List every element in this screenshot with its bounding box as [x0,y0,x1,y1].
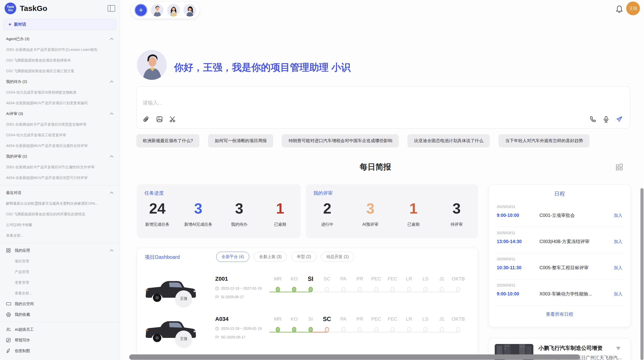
milestone-dot[interactable] [390,287,395,292]
milestone-dot[interactable] [456,327,460,332]
milestone-dot[interactable] [325,327,329,332]
scissors-icon[interactable] [169,116,176,123]
chevron-up-icon[interactable] [110,249,114,252]
chevron-up-icon[interactable] [110,155,114,158]
attachment-icon[interactable] [143,116,150,123]
suggestion-chip[interactable]: 如何写一份清晰的项目周报 [208,134,273,147]
app-sub-item[interactable]: 变更管理 [0,277,120,288]
app-sub-item[interactable]: 查看全部... [0,288,120,298]
sidebar-item-cloud[interactable]: 我的云空间 [0,298,120,309]
divider [0,322,120,322]
milestone-dot[interactable] [423,287,428,292]
sidebar-item[interactable]: A034-全新新能源MUV产品开发项目造型可行性评审 [0,172,120,183]
agent-avatar-3[interactable] [183,4,196,17]
chevron-up-icon[interactable] [110,80,114,83]
milestone-column: LR [401,275,417,292]
sidebar-tool-write[interactable]: 帮我写作 [0,335,120,346]
milestone-dot[interactable] [325,287,329,292]
milestone-dot[interactable] [440,287,444,292]
notification-bell-icon[interactable] [616,5,623,13]
sidebar-item[interactable]: C02-飞腾新能源轻客改款项目立项汇报方案 [0,66,120,76]
sidebar-item[interactable]: A034-全新新能源MUV产品开发项目法规符合性评审 [0,140,120,151]
new-chat-button[interactable]: + 新对话 [4,19,116,30]
chat-input[interactable] [143,100,524,106]
vertical-scrollbar[interactable] [640,188,643,360]
milestone-dot[interactable] [407,287,411,292]
sidebar-tool-people[interactable]: AI超级员工 [0,324,120,335]
microphone-icon[interactable] [603,116,610,123]
sidebar-item-star[interactable]: 我的收藏 [0,309,120,320]
milestone-dot[interactable] [341,327,346,332]
agent-avatar-2[interactable] [167,4,180,17]
sidebar-tool-pen[interactable]: 创意制图 [0,346,120,356]
recent-conversation-item[interactable]: 查看全部... [0,230,120,241]
recent-conversation-item[interactable]: C02-飞腾新能源轻客改款项目的闭环通告反馈情况 [0,209,120,219]
join-link[interactable]: 加入 [614,291,622,297]
send-icon[interactable] [616,116,623,123]
suggestion-chip[interactable]: 特朗普可能对进口汽车增税会对中国车企造成哪些影响 [282,134,399,147]
milestone-dot[interactable] [407,327,411,332]
sidebar-item[interactable]: Z001-全新燃油皮卡产品开发项目SI节点Lesson Learn报告 [0,44,120,55]
milestone-dot[interactable] [358,327,362,332]
join-link[interactable]: 加入 [614,265,622,271]
suggestion-chip[interactable]: 当下年轻人对汽车外观有怎样的喜好趋势 [499,134,590,147]
sidebar-item[interactable]: C0X4-动力总成开发项目工程变更评审 [0,130,120,140]
phone-call-icon[interactable] [589,116,596,123]
milestone-column: LR [401,315,417,332]
milestone-dot[interactable] [456,287,460,292]
milestone-segment [311,292,327,292]
add-agent-button[interactable]: + [135,4,147,17]
suggestion-chip[interactable]: 欧洲新规最近颁布了什么? [136,134,199,147]
sidebar-item-my-apps[interactable]: 我的应用 [0,245,120,256]
milestone-column: PEC [368,275,384,292]
schedule-row: 9:00-10:00C001-立项审批会加入 [497,212,622,218]
sidebar-collapse-icon[interactable] [108,5,115,12]
sidebar-item[interactable]: Z001-全新燃油轻卡产品开发项目SI造型提交物评审 [0,119,120,130]
sidebar-item[interactable]: C0X4-动力总成开发项目SI里程碑提交物检查 [0,87,120,98]
dashboard-tab[interactable]: 全新平台 (4) [216,252,249,262]
join-link[interactable]: 加入 [614,239,622,245]
milestone-dot[interactable] [374,287,378,292]
milestone-dot[interactable] [276,287,280,292]
milestone-dot[interactable] [292,287,296,292]
chevron-up-icon[interactable] [110,191,114,194]
sidebar-item[interactable]: A034-全新新能源MUV产品开发项目计划变更表编写 [0,98,120,108]
milestone-dot[interactable] [374,327,378,332]
app-sub-item[interactable]: 产品管理 [0,266,120,277]
milestone-label: MR [270,315,286,323]
milestone-dot[interactable] [292,327,296,332]
milestone-dot[interactable] [440,327,444,332]
image-icon[interactable] [156,116,163,123]
recent-conversation-item[interactable]: 公司Q3轻卡销量 [0,219,120,230]
stat-value: 3 [349,199,392,218]
user-avatar[interactable]: 王强 [626,2,640,15]
chevron-up-icon[interactable] [110,112,114,115]
briefing-layout-icon[interactable] [616,163,623,171]
suggestion-chip[interactable]: 比亚迪全固态电池计划具体说了什么 [407,134,490,147]
milestone-label: FEC [385,275,401,283]
milestone-dot[interactable] [341,287,346,292]
project-flag: SC-2025-05-17 [215,335,245,339]
milestone-dot[interactable] [390,327,395,332]
milestone-label: J1 [434,275,450,283]
recent-conversation-item[interactable]: 解释最新出台的欧盟报废车法规再生塑料比例被调至15%... [0,198,120,209]
view-all-schedule-link[interactable]: 查看所有日程 [489,311,631,317]
dashboard-tab[interactable]: 动总开发 (1) [321,252,354,262]
milestone-dot[interactable] [309,327,313,332]
dashboard-tab[interactable]: 全新上装 (3) [254,252,287,262]
milestone-dot[interactable] [309,287,313,292]
milestone-dot[interactable] [423,327,428,332]
divider [0,243,120,243]
sidebar-item[interactable]: C02-飞腾新能源轻客改款项目里程碑画布 [0,55,120,66]
horizontal-scrollbar[interactable] [129,354,580,360]
sidebar-item[interactable]: Z001-全新燃油轻卡产品开发项目SI节点属性5D文件评审 [0,162,120,172]
milestone-dot[interactable] [358,287,362,292]
scroll-down-arrow-icon[interactable] [616,347,621,350]
app-sub-item[interactable]: 项目管理 [0,256,120,266]
agent-avatar-1[interactable] [151,4,164,17]
scroll-right-arrow-icon[interactable] [610,355,614,360]
dashboard-tab[interactable]: 年型 (2) [291,252,316,262]
chevron-up-icon[interactable] [110,38,114,40]
join-link[interactable]: 加入 [614,213,622,218]
milestone-dot[interactable] [276,327,280,332]
